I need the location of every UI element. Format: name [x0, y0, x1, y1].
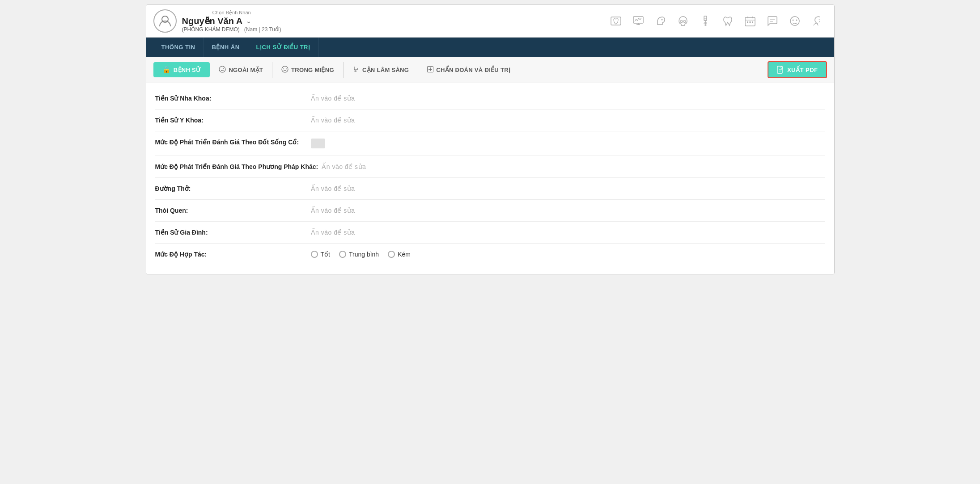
svg-point-16: [282, 66, 288, 72]
skull-icon-btn[interactable]: [673, 11, 693, 31]
svg-point-4: [680, 21, 683, 23]
radio-tot-circle: [311, 251, 318, 258]
thoi-quen-row: Thói Quen: Ấn vào để sửa: [155, 200, 825, 222]
radio-tot-label: Tốt: [321, 251, 330, 258]
hop-tac-radio-group: Tốt Trung bình Kém: [311, 251, 411, 258]
svg-point-5: [683, 21, 686, 23]
plus-icon: [427, 66, 433, 74]
nav-item-benh-an[interactable]: BỆNH ÁN: [204, 38, 248, 57]
muc-do-hop-tac-label: Mức Độ Hợp Tác:: [155, 251, 307, 258]
sub-nav: 🔒 BỆNH SỬ NGOÀI MẶT: [146, 57, 834, 83]
avatar: [153, 9, 177, 33]
patient-info: Chọn Bệnh Nhân Nguyễn Văn A ⌄ (PHÒNG KHÁ…: [182, 10, 281, 33]
muc-do-phuong-phap-khac-value[interactable]: Ấn vào để sửa: [322, 163, 366, 170]
content-area: Tiền Sử Nha Khoa: Ấn vào để sửa Tiền Sử …: [146, 83, 834, 274]
muc-do-dot-song-co-value[interactable]: [311, 139, 325, 148]
mouth-icon: [281, 66, 288, 74]
radio-trung-binh-label: Trung bình: [349, 251, 379, 258]
svg-rect-2: [633, 17, 643, 23]
nav-item-thong-tin[interactable]: THÔNG TIN: [153, 38, 204, 57]
sub-nav-trong-mieng-label: TRONG MIỆNG: [291, 67, 334, 73]
svg-point-11: [790, 17, 799, 25]
tien-su-y-khoa-row: Tiền Sử Y Khoa: Ấn vào để sửa: [155, 109, 825, 131]
sub-nav-can-lam-sang-label: CẬN LÂM SÀNG: [362, 67, 409, 73]
radio-trung-binh-circle: [339, 251, 346, 258]
header-left: Chọn Bệnh Nhân Nguyễn Văn A ⌄ (PHÒNG KHÁ…: [153, 9, 599, 33]
svg-point-13: [796, 20, 797, 21]
lock-icon: 🔒: [162, 66, 171, 74]
tien-su-gia-dinh-row: Tiền Sử Gia Đình: Ấn vào để sửa: [155, 222, 825, 244]
tien-su-nha-khoa-label: Tiền Sử Nha Khoa:: [155, 95, 307, 102]
gender-age-label: (Nam | 23 Tuổi): [244, 26, 281, 33]
implant-icon-btn[interactable]: [696, 11, 715, 31]
svg-point-12: [792, 20, 793, 21]
muc-do-phuong-phap-khac-label: Mức Độ Phát Triển Đánh Giá Theo Phương P…: [155, 163, 318, 170]
tien-su-nha-khoa-value[interactable]: Ấn vào để sửa: [311, 95, 355, 102]
tooth-icon-btn[interactable]: [718, 11, 738, 31]
header: Chọn Bệnh Nhân Nguyễn Văn A ⌄ (PHÒNG KHÁ…: [146, 5, 834, 38]
radio-kem[interactable]: Kém: [388, 251, 411, 258]
header-icons: [606, 11, 827, 31]
svg-rect-9: [749, 21, 751, 23]
head-side-icon-btn[interactable]: [651, 11, 670, 31]
nav-bar: THÔNG TIN BỆNH ÁN LỊCH SỬ ĐIỀU TRỊ: [146, 38, 834, 57]
export-pdf-button[interactable]: XUẤT PDF: [768, 61, 827, 78]
face-side-icon: [219, 66, 226, 74]
muc-do-hop-tac-row: Mức Độ Hợp Tác: Tốt Trung bình Kém: [155, 244, 825, 265]
select-label: Chọn Bệnh Nhân: [182, 10, 281, 16]
patient-name: Nguyễn Văn A: [182, 16, 243, 26]
sub-nav-benh-su-label: BỆNH SỬ: [174, 67, 201, 73]
export-pdf-label: XUẤT PDF: [787, 67, 818, 73]
tien-su-gia-dinh-label: Tiền Sử Gia Đình:: [155, 229, 307, 236]
profile-icon-btn[interactable]: [807, 11, 827, 31]
patient-name-row: Nguyễn Văn A ⌄: [182, 16, 281, 26]
dropdown-icon[interactable]: ⌄: [246, 17, 251, 25]
dental-chart-icon-btn[interactable]: [606, 11, 626, 31]
tien-su-y-khoa-value[interactable]: Ấn vào để sửa: [311, 117, 355, 124]
nav-item-lich-su[interactable]: LỊCH SỬ ĐIỀU TRỊ: [248, 38, 319, 57]
tien-su-nha-khoa-row: Tiền Sử Nha Khoa: Ấn vào để sửa: [155, 88, 825, 109]
sub-nav-ngoai-mat[interactable]: NGOÀI MẶT: [210, 62, 272, 78]
radio-trung-binh[interactable]: Trung bình: [339, 251, 379, 258]
muc-do-dot-song-co-label: Mức Độ Phát Triển Đánh Giá Theo Đốt Sống…: [155, 139, 307, 146]
calendar-icon-btn[interactable]: [740, 11, 760, 31]
duong-tho-row: Đường Thở: Ấn vào để sửa: [155, 178, 825, 200]
app-container: Chọn Bệnh Nhân Nguyễn Văn A ⌄ (PHÒNG KHÁ…: [146, 4, 835, 274]
sub-nav-benh-su[interactable]: 🔒 BỆNH SỬ: [153, 62, 210, 77]
thoi-quen-value[interactable]: Ấn vào để sửa: [311, 207, 355, 214]
radio-kem-label: Kém: [398, 251, 411, 258]
muc-do-phuong-phap-khac-row: Mức Độ Phát Triển Đánh Giá Theo Phương P…: [155, 156, 825, 178]
svg-point-3: [661, 19, 662, 21]
svg-rect-8: [747, 21, 748, 23]
sub-nav-ngoai-mat-label: NGOÀI MẶT: [229, 67, 263, 73]
chat-icon-btn[interactable]: [763, 11, 782, 31]
muc-do-dot-song-co-row: Mức Độ Phát Triển Đánh Giá Theo Đốt Sống…: [155, 131, 825, 156]
duong-tho-label: Đường Thở:: [155, 185, 307, 192]
clinic-label: (PHÒNG KHÁM DEMO): [182, 26, 240, 33]
sub-nav-can-lam-sang[interactable]: CẬN LÂM SÀNG: [344, 62, 418, 78]
sub-nav-trong-mieng[interactable]: TRONG MIỆNG: [272, 62, 344, 78]
sub-nav-chan-doan[interactable]: CHẨN ĐOÁN VÀ ĐIỀU TRỊ: [418, 63, 519, 77]
face-icon-btn[interactable]: [785, 11, 805, 31]
radio-tot[interactable]: Tốt: [311, 251, 330, 258]
svg-point-15: [223, 68, 224, 69]
tien-su-y-khoa-label: Tiền Sử Y Khoa:: [155, 117, 307, 124]
monitor-icon-btn[interactable]: [628, 11, 648, 31]
thoi-quen-label: Thói Quen:: [155, 207, 307, 214]
sub-nav-chan-doan-label: CHẨN ĐOÁN VÀ ĐIỀU TRỊ: [436, 67, 510, 73]
radio-kem-circle: [388, 251, 395, 258]
duong-tho-value[interactable]: Ấn vào để sửa: [311, 185, 355, 192]
tien-su-gia-dinh-value[interactable]: Ấn vào để sửa: [311, 229, 355, 236]
patient-meta: (PHÒNG KHÁM DEMO) (Nam | 23 Tuổi): [182, 26, 281, 33]
svg-rect-10: [752, 21, 753, 23]
chair-icon: [352, 66, 360, 74]
svg-point-14: [219, 66, 225, 72]
